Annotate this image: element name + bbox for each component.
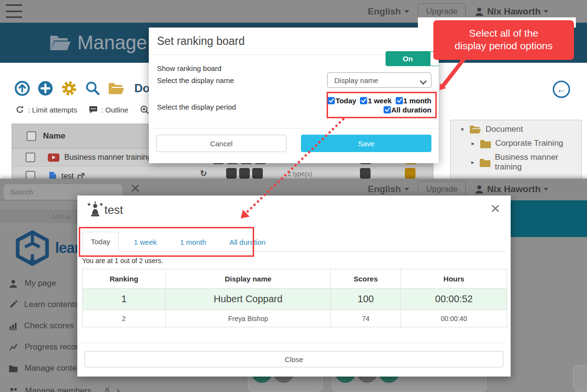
language-label: English xyxy=(368,6,401,17)
checkbox-checked-icon[interactable] xyxy=(328,97,335,104)
checkbox-all-duration[interactable]: All duration xyxy=(384,106,431,114)
checkbox-1-week[interactable]: 1 week xyxy=(360,97,391,105)
language-menu[interactable]: English xyxy=(368,184,409,195)
checkbox-1-month[interactable]: 1 month xyxy=(396,97,431,105)
reload-icon[interactable]: ↻ xyxy=(200,168,207,179)
sidebar-item-manage-members[interactable]: Manage members 6 › xyxy=(9,385,120,392)
action-button[interactable] xyxy=(252,168,263,179)
icon-legend: : Limit attempts : Outline : Se xyxy=(15,105,165,114)
row-checkbox[interactable] xyxy=(26,171,35,179)
hamburger-menu-icon[interactable] xyxy=(6,4,22,18)
checkbox-checked-icon[interactable] xyxy=(384,106,391,113)
cell-scores: 100 xyxy=(331,289,401,310)
name-column-header: Name xyxy=(43,131,65,141)
selected-option: Display name xyxy=(334,76,378,84)
tree-item-corporate-training[interactable]: ▸ Corporate Training xyxy=(470,139,581,148)
user-name: Nix Haworth xyxy=(487,184,541,195)
user-menu[interactable]: Nix Haworth xyxy=(474,184,548,195)
folder-icon xyxy=(9,364,18,372)
user-icon xyxy=(474,184,484,194)
back-arrow-icon[interactable]: ← xyxy=(553,81,570,98)
display-name-select[interactable]: Display name xyxy=(327,72,431,88)
chevron-down-icon xyxy=(544,188,548,191)
user-name: Nix Haworth xyxy=(487,6,541,17)
action-button[interactable] xyxy=(226,168,237,179)
chevron-down-icon xyxy=(404,188,409,191)
folder-icon xyxy=(480,139,491,148)
tree-item-business-manner[interactable]: ▸ Business manner training xyxy=(470,153,581,172)
checkbox-checked-icon[interactable] xyxy=(360,97,367,104)
caret-closed-icon[interactable]: ▸ xyxy=(470,159,475,166)
cell-ranking: 2 xyxy=(83,310,166,327)
cell-hours: 00:00:52 xyxy=(401,289,507,310)
folder-open-icon xyxy=(469,125,482,134)
user-menu[interactable]: Nix Haworth xyxy=(474,6,548,17)
row-checkbox[interactable] xyxy=(26,153,35,162)
upgrade-button[interactable]: Upgrade xyxy=(418,181,466,197)
external-link-icon xyxy=(77,173,85,179)
checkbox-today[interactable]: Today xyxy=(328,97,356,105)
legend-outline: : Outline xyxy=(101,106,129,114)
upload-icon[interactable] xyxy=(14,81,30,96)
divider xyxy=(82,343,506,343)
trend-chart-icon xyxy=(9,343,18,351)
cell-scores: 74 xyxy=(331,310,401,327)
tree-label[interactable]: Corporate Training xyxy=(495,139,563,148)
content-title[interactable]: test xyxy=(61,172,74,179)
speech-bubble-icon xyxy=(89,106,98,114)
language-label: English xyxy=(368,184,401,195)
content-title[interactable]: Business manner training xyxy=(64,153,152,162)
row-action-buttons: ↻ 2 type(s) xyxy=(200,168,415,179)
close-menu-icon[interactable]: × xyxy=(130,180,140,196)
cell-hours: 00:00:40 xyxy=(401,310,507,327)
callout-text: Select all of the xyxy=(433,27,574,40)
add-content-icon[interactable] xyxy=(38,81,53,96)
composite-screenshot: English Upgrade Nix Haworth Manage conte xyxy=(0,0,587,392)
table-header-row: Ranking Display name Scores Hours xyxy=(83,269,507,289)
period-options-highlight-box: Today 1 week 1 month All duration xyxy=(327,92,437,118)
person-icon xyxy=(9,279,18,288)
select-all-checkbox[interactable] xyxy=(27,131,36,141)
action-button[interactable] xyxy=(360,168,371,179)
close-icon[interactable]: × xyxy=(487,199,503,217)
tree-label[interactable]: Document xyxy=(486,125,523,134)
shot-set-ranking-board: English Upgrade Nix Haworth Manage conte xyxy=(0,0,587,179)
cell-display-name: Hubert Coppard xyxy=(166,289,331,310)
set-ranking-board-modal: Set ranking board Show ranking board On … xyxy=(149,28,439,163)
language-menu[interactable]: English xyxy=(368,6,409,17)
tree-label[interactable]: Business manner training xyxy=(495,153,581,172)
member-count-badge: 6 xyxy=(105,387,110,392)
user-icon xyxy=(474,7,484,16)
shot-ranking-board-result: English Upgrade Nix Haworth × Menu xyxy=(0,179,587,392)
caret-open-icon[interactable]: ▾ xyxy=(459,126,465,133)
caret-closed-icon[interactable]: ▸ xyxy=(470,140,476,147)
action-button[interactable] xyxy=(239,168,250,179)
folder-tree-panel: ▾ Document ▸ Corporate Training ▸ Busine… xyxy=(450,120,582,179)
action-button-crown[interactable] xyxy=(405,168,415,179)
display-name-label: Select the display name xyxy=(157,72,234,88)
folder-icon xyxy=(479,158,491,167)
chevron-down-icon xyxy=(544,10,548,13)
legend-limit-attempts: : Limit attempts xyxy=(28,106,77,114)
current-folder-icon xyxy=(108,82,125,95)
tree-item-document[interactable]: ▾ Document xyxy=(459,125,581,134)
cancel-button[interactable]: Cancel xyxy=(156,135,286,152)
close-button[interactable]: Close xyxy=(85,351,503,367)
checkbox-checked-icon[interactable] xyxy=(396,97,403,104)
col-ranking: Ranking xyxy=(83,269,166,289)
ranking-board-modal: test × Today 1 week 1 month All duration… xyxy=(77,196,511,377)
modal-title: test xyxy=(104,203,123,217)
zoom-plus-icon xyxy=(140,105,149,114)
chevron-right-icon[interactable]: › xyxy=(116,385,120,392)
toggle-on-button[interactable]: On xyxy=(386,51,430,66)
award-figure-icon xyxy=(86,201,104,219)
callout-text: display period options xyxy=(433,40,574,52)
repeat-icon xyxy=(15,105,24,114)
search-icon[interactable] xyxy=(85,81,100,96)
people-icon xyxy=(9,387,18,392)
bar-chart-icon xyxy=(9,322,17,330)
content-card xyxy=(573,365,587,392)
settings-gear-icon[interactable] xyxy=(61,80,77,97)
save-button[interactable]: Save xyxy=(301,135,431,152)
tabs-highlight-box xyxy=(79,227,254,257)
